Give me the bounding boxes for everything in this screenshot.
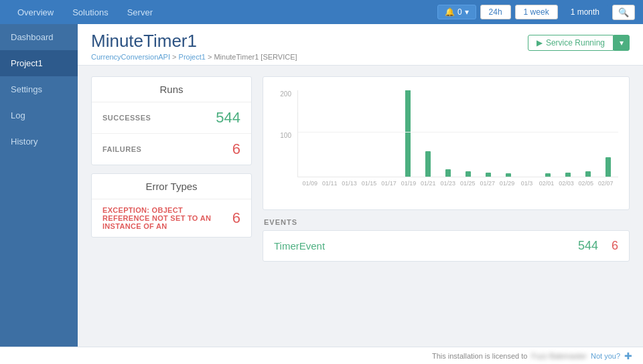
x-label-0: 01/09 [300, 180, 319, 187]
time-1month-button[interactable]: 1 month [562, 5, 608, 19]
nav-server[interactable]: Server [118, 0, 162, 24]
breadcrumb-current: MinuteTimer1 [SERVICE] [214, 53, 297, 61]
sidebar: Dashboard Project1 Settings Log History [0, 24, 78, 364]
x-label-2: 01/13 [340, 180, 359, 187]
left-panels: Runs SUCCESSES 544 FAILURES 6 Error Type… [91, 76, 252, 262]
bar-15 [605, 157, 611, 177]
event-row: TimerEvent 544 6 [263, 231, 629, 261]
x-label-6: 01/21 [419, 180, 438, 187]
bar-group-8 [458, 171, 478, 177]
x-label-1: 01/11 [319, 180, 339, 187]
bar-9 [486, 173, 491, 177]
bell-button[interactable]: 🔔 0 ▾ [437, 5, 476, 19]
bar-8 [466, 171, 471, 177]
chart-inner: 01/0901/1101/1301/1501/1701/1901/2101/23… [297, 90, 618, 187]
content-area: Runs SUCCESSES 544 FAILURES 6 Error Type… [78, 66, 643, 272]
event-name: TimerEvent [274, 240, 578, 252]
bar-12 [545, 173, 551, 177]
x-label-11: 01/3 [517, 180, 537, 187]
bar-14 [585, 171, 591, 177]
bar-group-9 [478, 173, 498, 177]
error-description: EXCEPTION: OBJECT REFERENCE NOT SET TO A… [102, 206, 232, 230]
bar-5 [405, 90, 411, 177]
y-axis: 200 100 [274, 90, 294, 173]
bar-group-10 [498, 173, 518, 177]
main-layout: Dashboard Project1 Settings Log History … [0, 24, 643, 364]
failures-row: FAILURES 6 [92, 134, 251, 165]
time-24h-button[interactable]: 24h [480, 5, 511, 19]
sidebar-item-dashboard[interactable]: Dashboard [0, 24, 78, 50]
x-label-15: 02/07 [596, 180, 616, 187]
x-label-12: 02/01 [537, 180, 556, 187]
search-button[interactable]: 🔍 [612, 5, 635, 20]
x-axis-labels: 01/0901/1101/1301/1501/1701/1901/2101/23… [297, 180, 618, 187]
events-section: EVENTS TimerEvent 544 6 [263, 218, 630, 262]
page-title: MinuteTimer1 [91, 31, 297, 52]
grid-line-100 [298, 132, 618, 132]
event-successes: 544 [578, 239, 598, 253]
sidebar-item-settings[interactable]: Settings [0, 76, 78, 102]
main-content: MinuteTimer1 CurrencyConversionAPI > Pro… [78, 24, 643, 364]
bar-13 [565, 173, 571, 177]
bar-group-14 [578, 171, 598, 177]
play-icon: ▶ [537, 38, 543, 48]
x-label-5: 01/19 [399, 180, 418, 187]
bar-group-12 [539, 173, 559, 177]
error-types-title: Error Types [92, 174, 251, 199]
time-1week-button[interactable]: 1 week [515, 5, 558, 19]
breadcrumb: CurrencyConversionAPI > Project1 > Minut… [91, 53, 297, 61]
plus-icon: ✚ [624, 351, 632, 361]
time-controls: 🔔 0 ▾ 24h 1 week 1 month 🔍 [437, 5, 635, 20]
x-label-13: 02/03 [557, 180, 576, 187]
service-badge: ▶ Service Running ▾ [528, 35, 630, 51]
x-label-4: 01/17 [379, 180, 399, 187]
error-count: 6 [232, 209, 240, 227]
service-dropdown-button[interactable]: ▾ [614, 35, 630, 51]
licensee-name: Fuzz Balemaster [531, 352, 587, 360]
x-label-10: 01/29 [497, 180, 516, 187]
breadcrumb-link-project[interactable]: Project1 [179, 53, 206, 61]
bar-group-15 [598, 157, 618, 177]
x-label-7: 01/23 [438, 180, 457, 187]
bar-group-6 [418, 151, 438, 177]
x-label-9: 01/27 [478, 180, 497, 187]
sidebar-item-project1[interactable]: Project1 [0, 50, 78, 76]
license-text: This installation is licensed to [432, 352, 527, 360]
events-label: EVENTS [263, 218, 630, 226]
bell-icon: 🔔 [445, 7, 455, 17]
bars-area [297, 90, 618, 177]
failures-value: 6 [232, 141, 240, 158]
failures-label: FAILURES [102, 145, 141, 153]
successes-value: 544 [216, 109, 240, 126]
x-label-3: 01/15 [359, 180, 378, 187]
top-navigation: Overview Solutions Server 🔔 0 ▾ 24h 1 we… [0, 0, 643, 24]
footer: This installation is licensed to Fuzz Ba… [0, 347, 643, 364]
event-failures: 6 [612, 239, 618, 253]
runs-card-title: Runs [92, 77, 251, 102]
sidebar-item-history[interactable]: History [0, 128, 78, 155]
bar-group-13 [558, 173, 578, 177]
nav-overview[interactable]: Overview [8, 0, 63, 24]
bar-7 [445, 169, 451, 177]
successes-label: SUCCESSES [102, 114, 151, 122]
chart-wrapper: 200 100 01/0901/1101/1301/1501/17 [274, 90, 618, 187]
x-label-14: 02/05 [576, 180, 595, 187]
right-panel: 200 100 01/0901/1101/1301/1501/17 [263, 76, 630, 262]
breadcrumb-link-api[interactable]: CurrencyConversionAPI [91, 53, 170, 61]
x-label-8: 01/25 [458, 180, 478, 187]
page-header: MinuteTimer1 CurrencyConversionAPI > Pro… [78, 24, 643, 66]
error-types-card: Error Types EXCEPTION: OBJECT REFERENCE … [91, 173, 252, 238]
bar-group-7 [438, 169, 458, 177]
service-running-button[interactable]: ▶ Service Running [528, 35, 614, 51]
bar-group-5 [398, 90, 418, 177]
bell-dropdown-icon: ▾ [465, 7, 469, 17]
error-row: EXCEPTION: OBJECT REFERENCE NOT SET TO A… [92, 199, 251, 237]
not-you-link[interactable]: Not you? [591, 352, 620, 360]
successes-row: SUCCESSES 544 [92, 102, 251, 134]
events-card: TimerEvent 544 6 [263, 230, 630, 262]
runs-card: Runs SUCCESSES 544 FAILURES 6 [91, 76, 252, 165]
nav-solutions[interactable]: Solutions [63, 0, 117, 24]
sidebar-item-log[interactable]: Log [0, 102, 78, 128]
bar-6 [425, 151, 431, 177]
bar-10 [506, 173, 511, 177]
